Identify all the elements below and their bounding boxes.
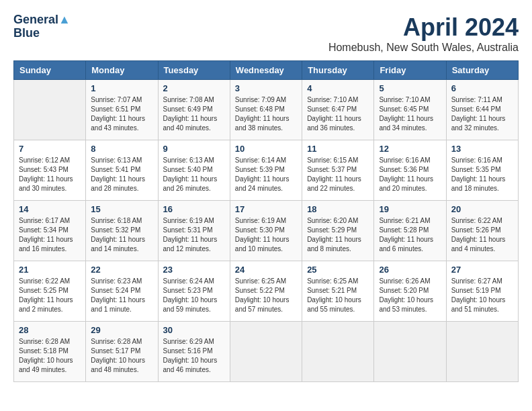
day-info: Sunrise: 6:20 AMSunset: 5:29 PMDaylight:… — [307, 216, 369, 254]
calendar-cell: 27Sunrise: 6:27 AMSunset: 5:19 PMDayligh… — [446, 261, 518, 322]
day-number: 20 — [451, 204, 513, 214]
day-number: 27 — [451, 265, 513, 275]
day-number: 4 — [307, 83, 369, 93]
day-number: 1 — [91, 83, 152, 93]
calendar-cell: 11Sunrise: 6:15 AMSunset: 5:37 PMDayligh… — [302, 140, 374, 201]
calendar-cell: 2Sunrise: 7:08 AMSunset: 6:49 PMDaylight… — [158, 80, 230, 140]
calendar-cell: 25Sunrise: 6:25 AMSunset: 5:21 PMDayligh… — [302, 261, 374, 322]
day-info: Sunrise: 6:19 AMSunset: 5:30 PMDaylight:… — [235, 216, 297, 254]
day-info: Sunrise: 6:22 AMSunset: 5:26 PMDaylight:… — [451, 216, 513, 254]
day-number: 21 — [19, 265, 81, 275]
calendar-header-friday: Friday — [374, 61, 446, 80]
day-info: Sunrise: 6:13 AMSunset: 5:41 PMDaylight:… — [91, 156, 152, 193]
day-number: 19 — [379, 204, 441, 214]
day-number: 28 — [19, 325, 81, 335]
day-number: 29 — [91, 325, 152, 335]
calendar-cell: 7Sunrise: 6:12 AMSunset: 5:43 PMDaylight… — [14, 140, 86, 201]
day-info: Sunrise: 6:16 AMSunset: 5:35 PMDaylight:… — [451, 156, 513, 193]
day-number: 8 — [91, 144, 152, 154]
calendar-cell: 24Sunrise: 6:25 AMSunset: 5:22 PMDayligh… — [230, 261, 302, 322]
day-info: Sunrise: 6:12 AMSunset: 5:43 PMDaylight:… — [19, 156, 81, 193]
calendar-week-row: 21Sunrise: 6:22 AMSunset: 5:25 PMDayligh… — [14, 261, 519, 322]
day-info: Sunrise: 6:19 AMSunset: 5:31 PMDaylight:… — [163, 216, 225, 254]
day-info: Sunrise: 7:11 AMSunset: 6:44 PMDaylight:… — [451, 95, 513, 133]
calendar-cell — [446, 322, 518, 382]
day-info: Sunrise: 7:08 AMSunset: 6:49 PMDaylight:… — [163, 95, 225, 133]
calendar-header-thursday: Thursday — [302, 61, 374, 80]
day-info: Sunrise: 6:25 AMSunset: 5:22 PMDaylight:… — [235, 277, 297, 314]
calendar-table: SundayMondayTuesdayWednesdayThursdayFrid… — [13, 60, 519, 382]
day-number: 14 — [19, 204, 81, 214]
day-number: 7 — [19, 144, 81, 154]
calendar-week-row: 1Sunrise: 7:07 AMSunset: 6:51 PMDaylight… — [14, 80, 519, 140]
calendar-header-monday: Monday — [86, 61, 158, 80]
calendar-cell: 8Sunrise: 6:13 AMSunset: 5:41 PMDaylight… — [86, 140, 158, 201]
day-info: Sunrise: 6:21 AMSunset: 5:28 PMDaylight:… — [379, 216, 441, 254]
calendar-header-saturday: Saturday — [446, 61, 518, 80]
day-number: 25 — [307, 265, 369, 275]
day-number: 10 — [235, 144, 297, 154]
day-info: Sunrise: 6:22 AMSunset: 5:25 PMDaylight:… — [19, 277, 81, 314]
calendar-cell: 29Sunrise: 6:28 AMSunset: 5:17 PMDayligh… — [86, 322, 158, 382]
day-number: 30 — [163, 325, 225, 335]
day-info: Sunrise: 6:23 AMSunset: 5:24 PMDaylight:… — [91, 277, 152, 314]
day-info: Sunrise: 6:14 AMSunset: 5:39 PMDaylight:… — [235, 156, 297, 193]
day-info: Sunrise: 6:13 AMSunset: 5:40 PMDaylight:… — [163, 156, 225, 193]
calendar-cell: 21Sunrise: 6:22 AMSunset: 5:25 PMDayligh… — [14, 261, 86, 322]
day-number: 22 — [91, 265, 152, 275]
calendar-cell: 14Sunrise: 6:17 AMSunset: 5:34 PMDayligh… — [14, 201, 86, 261]
calendar-cell: 19Sunrise: 6:21 AMSunset: 5:28 PMDayligh… — [374, 201, 446, 261]
day-number: 11 — [307, 144, 369, 154]
day-info: Sunrise: 6:18 AMSunset: 5:32 PMDaylight:… — [91, 216, 152, 254]
day-number: 5 — [379, 83, 441, 93]
day-number: 17 — [235, 204, 297, 214]
calendar-header-wednesday: Wednesday — [230, 61, 302, 80]
day-info: Sunrise: 6:24 AMSunset: 5:23 PMDaylight:… — [163, 277, 225, 314]
day-number: 26 — [379, 265, 441, 275]
day-number: 2 — [163, 83, 225, 93]
calendar-cell: 16Sunrise: 6:19 AMSunset: 5:31 PMDayligh… — [158, 201, 230, 261]
day-number: 12 — [379, 144, 441, 154]
calendar-cell: 26Sunrise: 6:26 AMSunset: 5:20 PMDayligh… — [374, 261, 446, 322]
logo-text: General▲Blue — [13, 13, 71, 40]
calendar-cell: 22Sunrise: 6:23 AMSunset: 5:24 PMDayligh… — [86, 261, 158, 322]
day-number: 16 — [163, 204, 225, 214]
calendar-cell: 15Sunrise: 6:18 AMSunset: 5:32 PMDayligh… — [86, 201, 158, 261]
calendar-cell: 6Sunrise: 7:11 AMSunset: 6:44 PMDaylight… — [446, 80, 518, 140]
calendar-cell — [302, 322, 374, 382]
day-info: Sunrise: 6:25 AMSunset: 5:21 PMDaylight:… — [307, 277, 369, 314]
calendar-cell: 18Sunrise: 6:20 AMSunset: 5:29 PMDayligh… — [302, 201, 374, 261]
day-info: Sunrise: 6:29 AMSunset: 5:16 PMDaylight:… — [163, 337, 225, 375]
calendar-cell: 30Sunrise: 6:29 AMSunset: 5:16 PMDayligh… — [158, 322, 230, 382]
calendar-cell: 5Sunrise: 7:10 AMSunset: 6:45 PMDaylight… — [374, 80, 446, 140]
calendar-cell: 17Sunrise: 6:19 AMSunset: 5:30 PMDayligh… — [230, 201, 302, 261]
calendar-week-row: 14Sunrise: 6:17 AMSunset: 5:34 PMDayligh… — [14, 201, 519, 261]
calendar-cell: 10Sunrise: 6:14 AMSunset: 5:39 PMDayligh… — [230, 140, 302, 201]
day-number: 13 — [451, 144, 513, 154]
day-info: Sunrise: 7:09 AMSunset: 6:48 PMDaylight:… — [235, 95, 297, 133]
logo: General▲Blue — [13, 13, 71, 40]
calendar-cell: 20Sunrise: 6:22 AMSunset: 5:26 PMDayligh… — [446, 201, 518, 261]
calendar-week-row: 7Sunrise: 6:12 AMSunset: 5:43 PMDaylight… — [14, 140, 519, 201]
calendar-cell: 9Sunrise: 6:13 AMSunset: 5:40 PMDaylight… — [158, 140, 230, 201]
calendar-week-row: 28Sunrise: 6:28 AMSunset: 5:18 PMDayligh… — [14, 322, 519, 382]
day-number: 15 — [91, 204, 152, 214]
main-title: April 2024 — [328, 13, 519, 42]
calendar-cell: 13Sunrise: 6:16 AMSunset: 5:35 PMDayligh… — [446, 140, 518, 201]
calendar-cell — [374, 322, 446, 382]
day-info: Sunrise: 7:10 AMSunset: 6:47 PMDaylight:… — [307, 95, 369, 133]
day-info: Sunrise: 6:26 AMSunset: 5:20 PMDaylight:… — [379, 277, 441, 314]
subtitle: Homebush, New South Wales, Australia — [328, 42, 519, 54]
calendar-cell — [230, 322, 302, 382]
day-info: Sunrise: 6:15 AMSunset: 5:37 PMDaylight:… — [307, 156, 369, 193]
day-info: Sunrise: 6:28 AMSunset: 5:17 PMDaylight:… — [91, 337, 152, 375]
calendar-header-sunday: Sunday — [14, 61, 86, 80]
day-number: 9 — [163, 144, 225, 154]
page-header: General▲Blue April 2024 Homebush, New So… — [13, 13, 519, 54]
day-info: Sunrise: 7:10 AMSunset: 6:45 PMDaylight:… — [379, 95, 441, 133]
calendar-cell: 28Sunrise: 6:28 AMSunset: 5:18 PMDayligh… — [14, 322, 86, 382]
day-info: Sunrise: 6:16 AMSunset: 5:36 PMDaylight:… — [379, 156, 441, 193]
calendar-header-tuesday: Tuesday — [158, 61, 230, 80]
day-number: 6 — [451, 83, 513, 93]
day-number: 24 — [235, 265, 297, 275]
